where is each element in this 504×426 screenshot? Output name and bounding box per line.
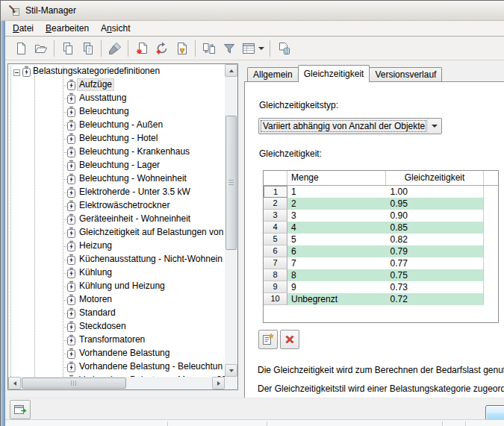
tree-item[interactable]: Elektrowäschetrockner [8, 199, 225, 213]
tree-item-label[interactable]: Motoren [78, 294, 113, 305]
tree-item-label[interactable]: Beleuchtung - Lager [78, 160, 161, 171]
toolbar-button-purge-style[interactable] [105, 39, 125, 58]
tree-item-label[interactable]: Heizung [78, 240, 113, 251]
tree-item-label[interactable]: Kühlung und Heizung [78, 281, 167, 292]
tree-item-label[interactable]: Beleuchtung [78, 106, 131, 117]
horizontal-scrollbar-thumb[interactable] [22, 378, 126, 389]
toolbar-button-new-document[interactable] [10, 39, 31, 58]
row-number-cell[interactable]: 8 [264, 269, 287, 281]
collapse-icon[interactable] [13, 68, 20, 78]
tree-item-label[interactable]: Elektrowäschetrockner [78, 200, 171, 211]
row-number-cell[interactable]: 10 [264, 293, 287, 305]
tree-item-label[interactable]: Beleuchtung - Außen [78, 119, 164, 131]
default-action-button[interactable] [485, 405, 504, 421]
row-number-cell[interactable]: 6 [264, 245, 287, 257]
value-cell[interactable]: 0.85 [386, 222, 484, 234]
row-number-cell[interactable]: 9 [264, 281, 287, 293]
tab-versionsverlauf[interactable]: Versionsverlauf [369, 67, 442, 81]
value-cell[interactable]: 0.75 [386, 269, 484, 281]
toolbar-button-new-style[interactable] [131, 39, 152, 58]
menu-item-datei[interactable]: Datei [7, 22, 40, 35]
concurrency-type-dropdown[interactable]: Variiert abhängig von Anzahl der Objekte [258, 118, 442, 134]
tree-item[interactable]: Motoren [8, 293, 225, 307]
tree-item-label[interactable]: Gleichzeitigkeit auf Belastungen von [78, 227, 225, 238]
toolbar-button-update-style[interactable] [152, 39, 172, 58]
tree-item[interactable]: Vorhandene Belastung [8, 347, 225, 360]
vertical-scrollbar-thumb[interactable] [225, 116, 237, 250]
tree-item-label[interactable]: Ausstattung [78, 93, 128, 104]
scroll-right-button[interactable] [212, 377, 225, 389]
toolbar-button-filter[interactable] [219, 39, 239, 58]
row-number-cell[interactable]: 2 [264, 198, 287, 210]
tree-item-label[interactable]: Standard [78, 307, 117, 319]
tree-item[interactable]: Beleuchtung - Krankenhaus [8, 145, 225, 159]
tree-item-label[interactable]: Kühlung [78, 267, 113, 278]
tree-item[interactable]: Steckdosen [8, 320, 225, 333]
tree-item[interactable]: Vorhandene Belastung - Beleuchtun [8, 360, 225, 374]
tree-item-label[interactable]: Beleuchtung - Krankenhaus [78, 146, 191, 157]
tree-item-label[interactable]: Küchenausstattung - Nicht-Wohnein [78, 254, 224, 265]
tree-item[interactable]: Küchenausstattung - Nicht-Wohnein [8, 253, 225, 266]
toolbar-button-view-options[interactable] [239, 39, 267, 58]
value-cell[interactable]: 0.79 [386, 245, 484, 257]
scroll-up-button[interactable] [225, 64, 237, 77]
menge-cell[interactable]: Unbegrenzt [287, 293, 386, 305]
menge-cell[interactable]: 6 [287, 245, 386, 257]
apply-to-drawing-button[interactable] [10, 400, 31, 419]
row-number-cell[interactable]: 4 [264, 222, 287, 234]
tree-item-label[interactable]: Steckdosen [78, 321, 128, 332]
tree-item[interactable]: Beleuchtung - Wohneinheit [8, 172, 225, 186]
row-number-cell[interactable]: 3 [264, 210, 287, 222]
tree-root-label[interactable]: Belastungskategoriedefinitionen [31, 66, 161, 77]
column-header-gleichzeitigkeit[interactable]: Gleichzeitigkeit [386, 171, 484, 185]
toolbar-button-send-to-drawing[interactable] [273, 39, 293, 58]
tree-item[interactable]: Beleuchtung [8, 105, 225, 119]
row-number-cell[interactable]: 7 [264, 257, 287, 269]
value-cell[interactable]: 1.00 [386, 186, 484, 198]
tree-item-label[interactable]: Beleuchtung - Hotel [78, 133, 159, 144]
menge-cell[interactable]: 3 [287, 210, 386, 222]
tree-item-label[interactable]: Aufzüge [78, 79, 113, 90]
tree-item[interactable]: Beleuchtung - Hotel [8, 132, 225, 145]
menge-cell[interactable]: 9 [287, 281, 386, 293]
scroll-left-button[interactable] [8, 377, 21, 389]
tree-item[interactable]: Kühlung [8, 266, 225, 280]
toolbar-button-transfer-styles[interactable] [199, 39, 219, 58]
delete-row-button[interactable] [280, 330, 299, 349]
tree-item[interactable]: Standard [8, 307, 225, 320]
toolbar-button-open[interactable] [31, 39, 51, 58]
window-titlebar[interactable]: Stil-Manager [0, 0, 504, 21]
tree-item-label[interactable]: Vorhandene Belastung - Beleuchtun [78, 361, 224, 372]
tab-gleichzeitigkeit[interactable]: Gleichzeitigkeit [298, 65, 370, 82]
toolbar-button-check-style[interactable] [172, 39, 192, 58]
toolbar-button-copy[interactable] [57, 39, 78, 58]
tree-item[interactable]: Gleichzeitigkeit auf Belastungen von [8, 226, 225, 239]
tree-item[interactable]: Beleuchtung - Lager [8, 159, 225, 172]
tree-item[interactable]: Geräteeinheit - Wohneinheit [8, 213, 225, 226]
menge-cell[interactable]: 1 [287, 186, 386, 198]
tree-item-label[interactable]: Transformatoren [78, 334, 146, 345]
value-cell[interactable]: 0.73 [386, 281, 484, 293]
value-cell[interactable]: 0.90 [386, 210, 484, 222]
tree-vertical-scrollbar[interactable] [225, 64, 237, 377]
column-header-menge[interactable]: Menge [287, 171, 386, 185]
tree-item-label[interactable]: Geräteeinheit - Wohneinheit [78, 213, 192, 225]
menu-item-bearbeiten[interactable]: Bearbeiten [40, 22, 95, 35]
scroll-down-button[interactable] [225, 364, 237, 377]
tree-item[interactable]: Aufzüge [8, 78, 225, 92]
app-icon[interactable] [8, 4, 20, 16]
add-row-button[interactable] [258, 330, 278, 349]
row-number-cell[interactable]: 1 [264, 186, 287, 198]
tab-allgemein[interactable]: Allgemein [247, 67, 299, 81]
value-cell[interactable]: 0.77 [386, 257, 484, 269]
dropdown-arrow-button[interactable] [427, 119, 441, 134]
tree-item[interactable]: Ausstattung [8, 92, 225, 105]
value-cell[interactable]: 0.82 [386, 234, 484, 245]
value-cell[interactable]: 0.72 [386, 293, 484, 305]
tree-item[interactable]: Transformatoren [8, 333, 225, 347]
tree-item[interactable]: Beleuchtung - Außen [8, 119, 225, 132]
tree-horizontal-scrollbar[interactable] [8, 377, 225, 389]
tree-item-label[interactable]: Vorhandene Belastung [78, 348, 171, 359]
menge-cell[interactable]: 2 [287, 198, 386, 210]
toolbar-button-paste[interactable] [78, 39, 98, 58]
